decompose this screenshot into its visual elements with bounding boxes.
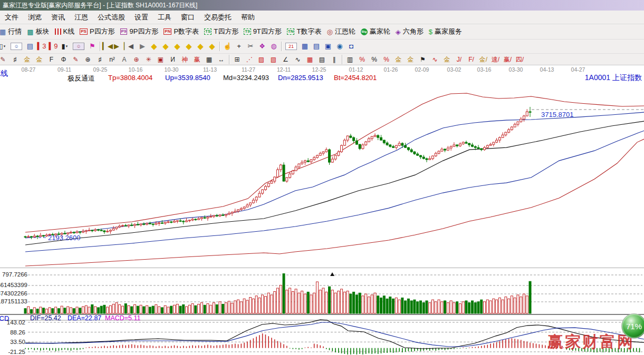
icon-43-icon[interactable]: 赢/ (502, 55, 514, 64)
icon-32-icon[interactable]: % (368, 55, 380, 64)
kline-type-icon[interactable]: ▯▼ (0, 41, 8, 52)
tool-t-table-button[interactable]: TNT数字表 (284, 24, 324, 39)
user-icon[interactable]: ◘ (345, 41, 357, 52)
tool-p-square-button[interactable]: PSP四方形 (77, 24, 117, 39)
menu-item-0[interactable]: 文件 (0, 13, 23, 22)
tool-quotes-button[interactable]: ▦行情 (0, 24, 24, 39)
progress-badge[interactable]: 71% (621, 313, 644, 339)
menu-item-6[interactable]: 工具 (153, 13, 176, 22)
icon-14-icon[interactable]: И (167, 55, 179, 64)
menu-item-9[interactable]: 帮助 (236, 13, 259, 22)
bars-3-icon[interactable]: ▍3 (36, 41, 47, 52)
icon-30-icon[interactable]: ▥ (344, 55, 356, 64)
icon-20-icon[interactable]: ⊞ (231, 55, 243, 64)
icon-3-icon[interactable]: 金 (33, 55, 45, 64)
icon-34-icon[interactable]: 金 (392, 55, 405, 64)
icon-44-icon[interactable]: 四/ (514, 55, 526, 64)
icon-17-icon[interactable]: ▦ (203, 55, 215, 64)
icon-25-icon[interactable]: ∿ (292, 55, 304, 64)
menu-item-1[interactable]: 浏览 (23, 13, 46, 22)
icon-41-icon[interactable]: 金/ (477, 55, 489, 64)
icon-11-icon[interactable]: ⊕ (130, 55, 142, 64)
title-bar: 赢家江恩专业版[赢家内部服务平台] - [上证指数 SH1A0001-167日K… (0, 0, 644, 11)
icon-4-icon[interactable]: F (45, 55, 57, 64)
cross-icon[interactable]: + (233, 41, 245, 52)
icon-15-icon[interactable]: 神 (179, 55, 191, 64)
icon-37-icon[interactable]: ∿ (429, 55, 441, 64)
calendar-icon[interactable]: 21 (285, 43, 297, 50)
first-icon[interactable]: ▎◀ (102, 41, 113, 52)
icon-12-icon[interactable]: ✳ (142, 55, 155, 64)
tool-t-square-button[interactable]: TST四方形 (201, 24, 241, 39)
last-icon[interactable]: ▶▕ (113, 41, 125, 52)
icon-22-icon[interactable]: ▨ (255, 55, 267, 64)
pattern-icon[interactable]: ☺ (11, 43, 22, 50)
icon-39-icon[interactable]: J/ (453, 55, 465, 64)
icon-26-icon[interactable]: ▦ (304, 55, 316, 64)
tool-blocks-button[interactable]: ▩板块 (24, 24, 52, 39)
icon-27-icon[interactable]: ▤ (316, 55, 328, 64)
icon-28-icon[interactable]: ∥ (328, 55, 340, 64)
icon-10-icon[interactable]: A (118, 55, 130, 64)
menu-item-8[interactable]: 交易委托 (199, 13, 236, 22)
icon-35-icon[interactable]: 金 (405, 55, 417, 64)
chart-area[interactable]: K线 MACD 1A0001 上证指数 赢家财富网 71% 08-2709-11… (0, 65, 644, 355)
tool-p-table-button[interactable]: PNP数字表 (161, 24, 201, 39)
pattern-active-icon[interactable]: ☺ (73, 43, 84, 50)
tool-winner-service-button[interactable]: $赢家服务 (426, 24, 465, 39)
dia-3-icon[interactable]: ◆ (171, 41, 183, 52)
price-annotation-0: 2193.2600 (48, 234, 80, 242)
tool-gann-wheel-button[interactable]: ◎江恩轮 (324, 24, 358, 39)
candle-style-icon[interactable]: ▮▼ (59, 41, 71, 52)
cut-icon[interactable]: ✂ (245, 41, 256, 52)
icon-21-icon[interactable]: ⋰ (243, 55, 255, 64)
dia-2-icon[interactable]: ◆ (160, 41, 171, 52)
dia-1-icon[interactable]: ◆ (148, 41, 160, 52)
menu-item-7[interactable]: 窗口 (176, 13, 199, 22)
menu-item-3[interactable]: 江恩 (70, 13, 93, 22)
tool-p9-square-button[interactable]: P99P四方形 (118, 24, 161, 39)
menu-item-2[interactable]: 资讯 (46, 13, 70, 22)
icon-42-icon[interactable]: 速/ (489, 55, 502, 64)
tool-winner-wheel-icon: Big (361, 28, 368, 35)
icon-1-icon[interactable]: ♯ (9, 55, 21, 64)
web-icon[interactable]: ◉ (334, 41, 345, 52)
tool-winner-wheel-button[interactable]: Big赢家轮 (358, 24, 393, 39)
hand-icon[interactable]: ☝ (222, 41, 233, 52)
icon-5-icon[interactable]: Φ (57, 55, 70, 64)
icon-2-icon[interactable]: 金 (21, 55, 33, 64)
icon-40-icon[interactable]: F/ (465, 55, 477, 64)
dia-5-icon[interactable]: ◆ (195, 41, 206, 52)
icon-16-icon[interactable]: 赢 (191, 55, 203, 64)
next-icon[interactable]: ▶ (137, 41, 148, 52)
menu-item-5[interactable]: 设置 (130, 13, 153, 22)
icon-33-icon[interactable]: % (380, 55, 392, 64)
tool-a-icon[interactable]: ❖ (256, 41, 268, 52)
icon-38-icon[interactable]: 金 (441, 55, 453, 64)
menu-item-4[interactable]: 公式选股 (93, 13, 130, 22)
calculator-icon[interactable]: ▦ (299, 41, 311, 52)
tool-kline-button[interactable]: K线 (52, 24, 78, 39)
icon-36-icon[interactable]: ⚑ (417, 55, 429, 64)
icon-24-icon[interactable]: ∠ (280, 55, 292, 64)
tool-b-icon[interactable]: ◍ (268, 41, 280, 52)
save-icon[interactable]: ▣ (322, 41, 334, 52)
icon-7-icon[interactable]: ⊕ (82, 55, 94, 64)
icon-8-icon[interactable]: ♯ (94, 55, 106, 64)
icon-13-icon[interactable]: ▣ (155, 55, 167, 64)
list-icon[interactable]: ▤ (24, 41, 36, 52)
dia-6-icon[interactable]: ◆ (206, 41, 218, 52)
flag-icon[interactable]: ⚑ (86, 41, 98, 52)
icon-0-icon[interactable]: ✎ (0, 55, 9, 64)
icon-9-icon[interactable]: n² (106, 55, 118, 64)
notes-icon[interactable]: ▤ (311, 41, 322, 52)
icon-6-icon[interactable]: ✎ (70, 55, 82, 64)
icon-23-icon[interactable]: ▧ (267, 55, 280, 64)
tool-t9-square-button[interactable]: T99T四方形 (241, 24, 284, 39)
icon-31-icon[interactable]: % (356, 55, 368, 64)
icon-18-icon[interactable]: ↔ (215, 55, 227, 64)
dia-4-icon[interactable]: ◆ (183, 41, 195, 52)
prev-icon[interactable]: ◀ (125, 41, 137, 52)
tool-hexagon-button[interactable]: ◈六角形 (393, 24, 426, 39)
bars-9-icon[interactable]: ▍9 (47, 41, 59, 52)
